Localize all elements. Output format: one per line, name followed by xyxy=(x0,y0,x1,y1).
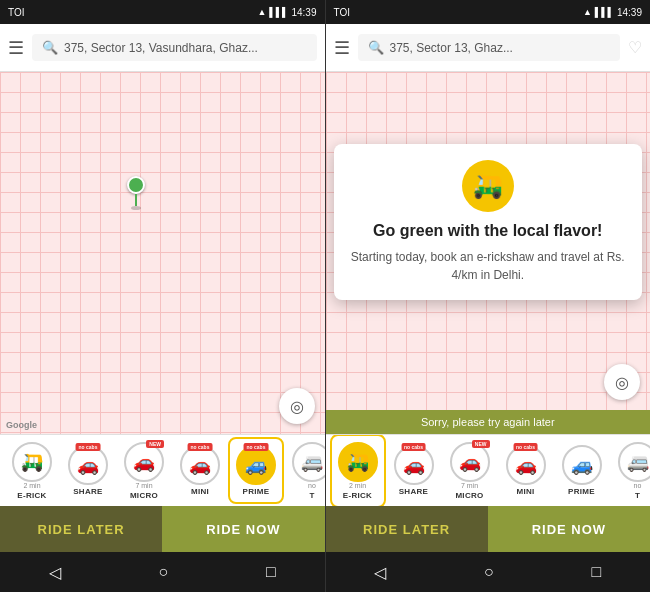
prime-icon-wrap-left: no cabs 🚙 xyxy=(236,445,276,485)
prime-nocabs-left: no cabs xyxy=(244,443,269,451)
t-label-right: T xyxy=(635,491,640,500)
signal-icon-right: ▌▌▌ xyxy=(595,7,614,17)
pin-shadow xyxy=(131,206,141,210)
left-menu-icon[interactable]: ☰ xyxy=(8,37,24,59)
share-icon-right: 🚗 xyxy=(403,454,425,476)
carrier-left: TOI xyxy=(8,7,24,18)
mini-icon-left: 🚗 xyxy=(189,454,211,476)
right-search-icon: 🔍 xyxy=(368,40,384,55)
left-ride-option-t[interactable]: 🚐 no T xyxy=(284,436,325,506)
right-location-btn[interactable]: ◎ xyxy=(604,364,640,400)
right-search-input-box[interactable]: 🔍 375, Sector 13, Ghaz... xyxy=(358,34,621,61)
left-search-text: 375, Sector 13, Vasundhara, Ghaz... xyxy=(64,41,258,55)
time-left: 14:39 xyxy=(291,7,316,18)
left-google-logo: Google xyxy=(6,420,37,430)
share-icon-wrap-right: no cabs 🚗 xyxy=(394,445,434,485)
erick-icon-right: 🛺 xyxy=(347,451,369,473)
time-right: 14:39 xyxy=(617,7,642,18)
popup-icon-wrap: 🛺 xyxy=(462,160,514,212)
right-phone: TOI ▲ ▌▌▌ 14:39 ☰ 🔍 375, Sector 13, Ghaz… xyxy=(326,0,651,592)
right-sorry-banner: Sorry, please try again later xyxy=(326,410,651,434)
t-time-left: no xyxy=(308,482,316,489)
right-status-bar: TOI ▲ ▌▌▌ 14:39 xyxy=(326,0,651,24)
left-back-icon[interactable]: ◁ xyxy=(49,563,61,582)
left-ride-option-prime[interactable]: no cabs 🚙 PRIME xyxy=(228,437,284,504)
right-ride-option-micro[interactable]: NEW 🚗 7 min MICRO xyxy=(442,436,498,506)
prime-label-left: PRIME xyxy=(243,487,270,496)
erick-time-left: 2 min xyxy=(23,482,40,489)
right-heart-icon[interactable]: ♡ xyxy=(628,38,642,57)
right-home-icon[interactable]: ○ xyxy=(484,563,494,581)
carrier-right: TOI xyxy=(334,7,350,18)
right-ride-option-prime[interactable]: 🚙 PRIME xyxy=(554,439,610,502)
mini-icon-right: 🚗 xyxy=(515,454,537,476)
status-bar-right: ▲ ▌▌▌ 14:39 xyxy=(257,7,316,18)
right-status-bar-left: TOI xyxy=(334,7,350,18)
left-recents-icon[interactable]: □ xyxy=(266,563,276,581)
right-ride-now-btn[interactable]: RIDE NOW xyxy=(488,506,650,552)
micro-icon-wrap-right: NEW 🚗 xyxy=(450,442,490,482)
popup-erick-icon: 🛺 xyxy=(473,172,503,200)
left-ride-option-mini[interactable]: no cabs 🚗 MINI xyxy=(172,439,228,502)
mini-icon-wrap-left: no cabs 🚗 xyxy=(180,445,220,485)
mini-label-left: MINI xyxy=(191,487,209,496)
left-map-grid xyxy=(0,72,325,434)
share-label-left: SHARE xyxy=(73,487,103,496)
right-ride-option-erick[interactable]: 🛺 2 min E-RICK xyxy=(330,434,386,506)
erick-label-left: E-RICK xyxy=(17,491,46,500)
erick-icon-wrap-right: 🛺 xyxy=(338,442,378,482)
left-map: ◎ Google xyxy=(0,72,325,434)
popup-desc: Starting today, book an e-rickshaw and t… xyxy=(350,248,627,284)
status-bar-left: TOI xyxy=(8,7,24,18)
right-ride-later-btn[interactable]: RIDE LATER xyxy=(326,506,488,552)
mini-nocabs-left: no cabs xyxy=(188,443,213,451)
erick-icon-left: 🛺 xyxy=(21,451,43,473)
share-icon-wrap-left: no cabs 🚗 xyxy=(68,445,108,485)
micro-time-left: 7 min xyxy=(135,482,152,489)
mini-icon-wrap-right: no cabs 🚗 xyxy=(506,445,546,485)
right-ride-buttons: RIDE LATER RIDE NOW xyxy=(326,506,651,552)
micro-new-right: NEW xyxy=(472,440,490,448)
right-location-icon: ◎ xyxy=(615,373,629,392)
right-ride-options: 🛺 2 min E-RICK no cabs 🚗 SHARE NEW 🚗 7 m… xyxy=(326,434,651,506)
right-ride-option-share[interactable]: no cabs 🚗 SHARE xyxy=(386,439,442,502)
wifi-icon-right: ▲ xyxy=(583,7,592,17)
right-menu-icon[interactable]: ☰ xyxy=(334,37,350,59)
left-home-icon[interactable]: ○ xyxy=(159,563,169,581)
left-ride-option-micro[interactable]: NEW 🚗 7 min MICRO xyxy=(116,436,172,506)
prime-label-right: PRIME xyxy=(568,487,595,496)
left-search-icon: 🔍 xyxy=(42,40,58,55)
left-search-input-box[interactable]: 🔍 375, Sector 13, Vasundhara, Ghaz... xyxy=(32,34,317,61)
t-icon-wrap-right: 🚐 xyxy=(618,442,651,482)
share-label-right: SHARE xyxy=(399,487,429,496)
micro-icon-wrap-left: NEW 🚗 xyxy=(124,442,164,482)
right-bottom-nav: ◁ ○ □ xyxy=(326,552,651,592)
right-recents-icon[interactable]: □ xyxy=(591,563,601,581)
left-ride-option-erick[interactable]: 🛺 2 min E-RICK xyxy=(4,436,60,506)
micro-new-left: NEW xyxy=(146,440,164,448)
left-map-pin xyxy=(127,176,145,210)
pin-circle xyxy=(127,176,145,194)
mini-label-right: MINI xyxy=(516,487,534,496)
left-ride-later-btn[interactable]: RIDE LATER xyxy=(0,506,162,552)
t-icon-right: 🚐 xyxy=(627,451,649,473)
right-ride-option-t[interactable]: 🚐 no T xyxy=(610,436,651,506)
right-back-icon[interactable]: ◁ xyxy=(374,563,386,582)
left-ride-now-btn[interactable]: RIDE NOW xyxy=(162,506,324,552)
right-ride-option-mini[interactable]: no cabs 🚗 MINI xyxy=(498,439,554,502)
micro-icon-right: 🚗 xyxy=(459,451,481,473)
t-time-right: no xyxy=(634,482,642,489)
left-ride-option-share[interactable]: no cabs 🚗 SHARE xyxy=(60,439,116,502)
micro-time-right: 7 min xyxy=(461,482,478,489)
prime-icon-right: 🚙 xyxy=(571,454,593,476)
t-label-left: T xyxy=(309,491,314,500)
share-nocabs-right: no cabs xyxy=(401,443,426,451)
t-icon-wrap-left: 🚐 xyxy=(292,442,325,482)
left-location-icon: ◎ xyxy=(290,397,304,416)
micro-icon-left: 🚗 xyxy=(133,451,155,473)
micro-label-left: MICRO xyxy=(130,491,158,500)
left-location-btn[interactable]: ◎ xyxy=(279,388,315,424)
right-search-bar: ☰ 🔍 375, Sector 13, Ghaz... ♡ xyxy=(326,24,651,72)
left-status-bar: TOI ▲ ▌▌▌ 14:39 xyxy=(0,0,325,24)
erick-label-right: E-RICK xyxy=(343,491,372,500)
